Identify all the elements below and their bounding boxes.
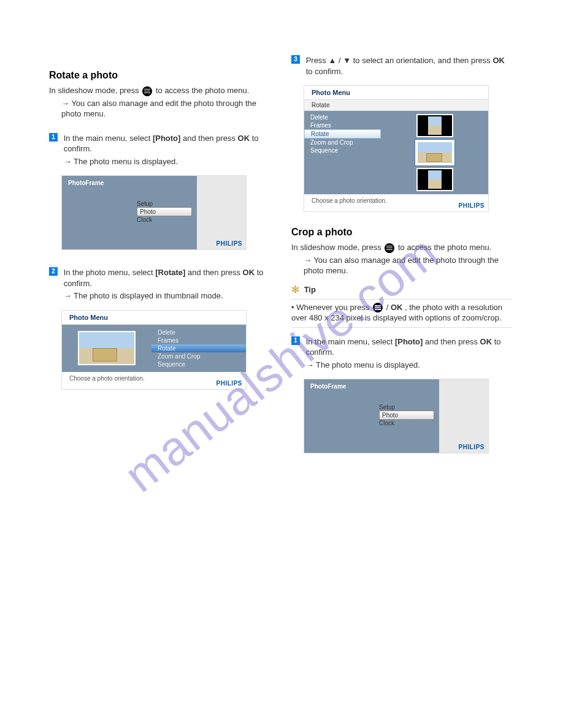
step3-e: to select an orientation, and then press — [353, 56, 493, 65]
menu-icon — [385, 243, 394, 253]
tip-bullet: • — [291, 303, 294, 312]
ss1-opt-setup: Setup — [137, 200, 192, 207]
ss3-opt-delete: Delete — [304, 113, 381, 121]
ss3-footer: Choose a photo orientation. — [312, 197, 387, 204]
step-3: 3 Press ▲ / ▼ to select an orientation, … — [291, 55, 512, 77]
step-num-1-crop: 1 — [291, 336, 300, 345]
crop-step1-d: OK — [480, 337, 492, 346]
screenshot-photoframe-2: PhotoFrame Setup Photo Clock PHILIPS — [304, 379, 489, 453]
tip-label: Tip — [304, 285, 316, 294]
crop-intro-line: In slideshow mode, press to access the p… — [291, 243, 512, 253]
crop-step1-c: and then press — [425, 337, 480, 346]
intro-arrow-text: You can also manage and edit the photo t… — [61, 99, 256, 119]
crop-step-1: 1 In the main menu, select [Photo] and t… — [291, 336, 512, 371]
menu-icon — [373, 303, 383, 313]
step-num-3: 3 — [291, 55, 300, 64]
philips-logo: PHILIPS — [216, 240, 242, 247]
intro-arrow-line: → You can also manage and edit the photo… — [61, 98, 270, 119]
ss1-opt-clock: Clock — [137, 216, 192, 223]
step-num-2: 2 — [49, 267, 58, 276]
heading-crop: Crop a photo — [291, 227, 512, 238]
step-1: 1 In the main menu, select [Photo] and t… — [49, 133, 270, 167]
thumb-icon — [78, 331, 136, 365]
thumb-portrait-icon — [416, 114, 453, 137]
down-icon: ▼ — [343, 56, 351, 65]
step1-a: In the main menu, select — [64, 134, 153, 143]
ss4-title: PhotoFrame — [304, 379, 439, 393]
step2-arrow-text: The photo is displayed in thumbnail mode… — [74, 291, 223, 300]
ss2-opt-delete: Delete — [151, 328, 246, 336]
ss2-footer: Choose a photo orientation. — [69, 375, 145, 382]
arrow-icon: → — [61, 98, 69, 109]
star-icon: ✻ — [291, 284, 299, 295]
arrow-icon: → — [306, 360, 314, 371]
crop-arrow-line: → You can also manage and edit the photo… — [304, 255, 512, 276]
step2-a: In the photo menu, select — [64, 268, 156, 277]
ss1-opt-photo: Photo — [137, 207, 192, 216]
ss2-header: Photo Menu — [62, 311, 246, 325]
step1-b: [Photo] — [153, 134, 180, 143]
up-icon: ▲ — [328, 56, 336, 65]
step2-b: [Rotate] — [155, 268, 185, 277]
step1-arrow-text: The photo menu is displayed. — [74, 157, 178, 166]
crop-arrow-text: You can also manage and edit the photo t… — [304, 256, 499, 276]
crop-intro-b: to access the photo menu. — [398, 243, 491, 252]
ss2-opt-zoom: Zoom and Crop — [151, 352, 246, 360]
tip-text-c: OK — [391, 303, 403, 312]
philips-logo: PHILIPS — [216, 380, 242, 387]
crop-step1-b: [Photo] — [395, 337, 423, 346]
step2-d: OK — [243, 268, 255, 277]
ss4-opt-clock: Clock — [379, 420, 434, 427]
step1-c: and then press — [183, 134, 238, 143]
ss4-opt-setup: Setup — [379, 404, 434, 411]
philips-logo: PHILIPS — [459, 444, 484, 450]
ss4-opt-photo: Photo — [379, 411, 434, 420]
intro-1b: to access the photo menu. — [156, 86, 249, 95]
heading-rotate: Rotate a photo — [49, 70, 270, 81]
thumb-landscape-icon — [416, 141, 453, 164]
screenshot-photo-menu-1: Photo Menu Delete Frames Rotate Zoom and… — [61, 310, 247, 390]
arrow-icon: → — [304, 255, 312, 266]
crop-step1-arrow-text: The photo menu is displayed. — [316, 360, 420, 370]
step3-a: Press — [306, 56, 329, 65]
screenshot-rotate-thumbs: Photo Menu Rotate Delete Frames Rotate Z… — [304, 85, 489, 212]
crop-step1-a: In the main menu, select — [306, 337, 395, 346]
arrow-icon: → — [64, 290, 72, 301]
philips-logo: PHILIPS — [459, 202, 484, 209]
screenshot-photoframe-1: PhotoFrame Setup Photo Clock PHILIPS — [61, 175, 247, 250]
ss3-opt-zoom: Zoom and Crop — [304, 138, 381, 146]
ss3-opt-sequence: Sequence — [304, 146, 381, 154]
step3-c: / — [339, 56, 341, 65]
ss2-opt-frames: Frames — [151, 336, 246, 344]
crop-intro-a: In slideshow mode, press — [291, 243, 383, 252]
ss3-sub: Rotate — [304, 100, 488, 111]
step1-d: OK — [238, 134, 250, 143]
tip-text-a: Whenever you press — [296, 303, 372, 312]
step-num-1: 1 — [49, 133, 58, 142]
step3-f: OK — [492, 56, 505, 65]
ss2-opt-rotate: Rotate — [151, 344, 246, 352]
ss1-title: PhotoFrame — [62, 176, 197, 190]
ss3-header: Photo Menu — [304, 86, 488, 100]
thumb-portrait-icon-2 — [416, 168, 453, 191]
ss2-opt-sequence: Sequence — [151, 360, 246, 368]
menu-icon — [142, 86, 152, 96]
intro-1a: In slideshow mode, press — [49, 86, 141, 95]
ss3-opt-rotate: Rotate — [304, 129, 381, 138]
tip-box: ✻ Tip • Whenever you press / OK , the ph… — [291, 284, 512, 328]
tip-text-b: / — [386, 303, 391, 312]
ss3-opt-frames: Frames — [304, 121, 381, 129]
step-2: 2 In the photo menu, select [Rotate] and… — [49, 267, 270, 301]
arrow-icon: → — [64, 156, 72, 167]
intro-line-1: In slideshow mode, press to access the p… — [49, 86, 270, 96]
step3-g: to confirm. — [306, 67, 343, 76]
step2-c: and then press — [188, 268, 243, 277]
